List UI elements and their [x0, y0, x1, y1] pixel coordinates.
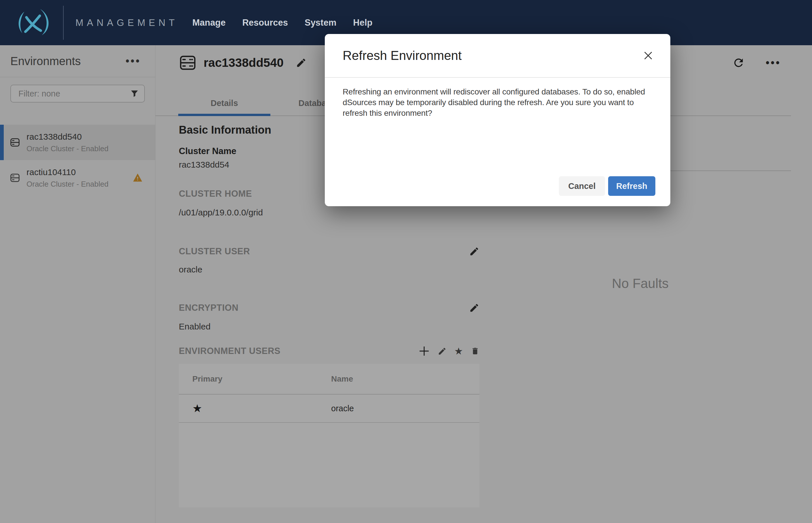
nav-item-system[interactable]: System: [304, 18, 336, 28]
nav-divider: [63, 6, 63, 40]
nav-item-help[interactable]: Help: [353, 18, 372, 28]
nav-item-resources[interactable]: Resources: [242, 18, 288, 28]
dialog-title: Refresh Environment: [343, 48, 462, 63]
cancel-button[interactable]: Cancel: [559, 176, 605, 196]
refresh-button[interactable]: Refresh: [608, 176, 656, 196]
close-icon[interactable]: [642, 50, 654, 61]
product-name: MANAGEMENT: [75, 0, 178, 45]
refresh-environment-dialog: Refresh Environment Refreshing an enviro…: [325, 34, 670, 206]
nav-item-manage[interactable]: Manage: [192, 18, 225, 28]
dialog-message: Refreshing an environment will rediscove…: [343, 86, 653, 119]
delphix-logo-icon[interactable]: [13, 8, 53, 36]
